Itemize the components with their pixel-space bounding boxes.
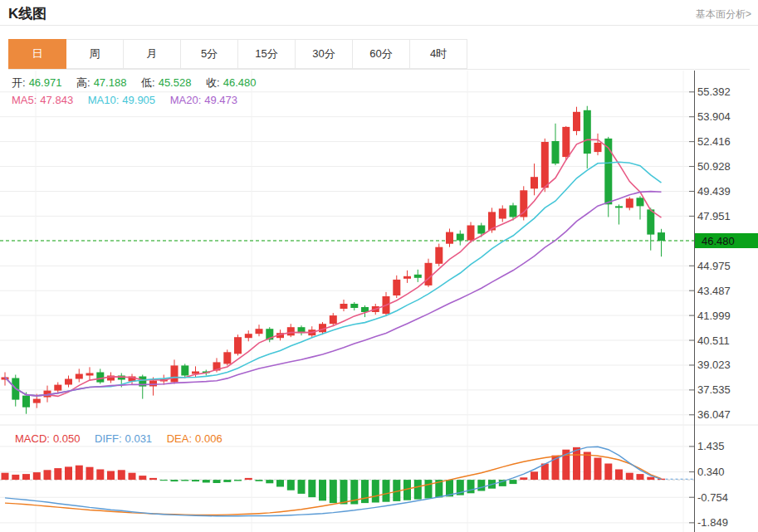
fundamental-analysis-link[interactable]: 基本面分析> (696, 7, 751, 22)
ma20-value: 49.473 (204, 94, 237, 106)
y-axis-label: 49.439 (697, 185, 731, 198)
tab-5分[interactable]: 5分 (180, 39, 238, 69)
y-axis-label: 39.023 (697, 359, 731, 371)
tab-4时[interactable]: 4时 (409, 39, 467, 69)
macd-value: 0.050 (53, 432, 81, 445)
ma10-line (5, 162, 662, 396)
close-value: 46.480 (223, 76, 257, 89)
open-value: 46.971 (29, 76, 62, 89)
diff-label: DIFF: (95, 432, 122, 445)
y-axis-label: 41.999 (697, 310, 731, 322)
ma5-label: MA5: (12, 94, 37, 106)
tab-60分[interactable]: 60分 (352, 39, 410, 69)
y-axis-label: -0.754 (697, 491, 728, 504)
macd-histogram (2, 447, 666, 505)
y-axis-label: 53.904 (697, 110, 731, 123)
ohlc-readout: 开:46.971 高:47.188 低:45.528 收:46.480 (12, 76, 259, 90)
y-axis-label: 55.392 (697, 85, 731, 98)
ma10-value: 49.905 (122, 94, 155, 106)
diff-value: 0.031 (125, 432, 153, 445)
y-axis-label: 37.535 (697, 383, 731, 396)
ma5-value: 47.843 (40, 94, 73, 106)
current-price-badge-label: 46.480 (702, 235, 735, 247)
gridlines (0, 71, 758, 532)
tab-15分[interactable]: 15分 (237, 39, 296, 69)
high-label: 高: (76, 76, 90, 89)
y-axis-label: 40.511 (697, 334, 730, 347)
page-title: K线图 (8, 4, 46, 23)
ma10-label: MA10: (88, 94, 120, 106)
tab-30分[interactable]: 30分 (295, 39, 353, 69)
y-axis-label: 1.435 (697, 440, 725, 452)
y-axis-label: -1.849 (697, 516, 728, 529)
low-label: 低: (141, 76, 155, 89)
header-divider (0, 25, 758, 26)
tab-周[interactable]: 周 (66, 39, 124, 69)
open-label: 开: (12, 76, 26, 89)
candles-layer (2, 106, 666, 414)
y-axis-label: 47.951 (697, 210, 731, 222)
close-label: 收: (206, 76, 220, 89)
y-axis-label: 0.340 (697, 466, 725, 478)
macd-readout: MACD:0.050 DIFF:0.031 DEA:0.006 (15, 432, 226, 445)
timeframe-tabs: 日周月5分15分30分60分4时 (8, 39, 750, 70)
candlestick-chart[interactable]: 开:46.971 高:47.188 低:45.528 收:46.480 MA5:… (0, 70, 758, 532)
chart-svg: 55.39253.90452.41650.92849.43947.95144.9… (0, 70, 758, 532)
y-axis-label: 44.975 (697, 260, 731, 272)
macd-label: MACD: (15, 432, 50, 445)
tab-月[interactable]: 月 (123, 39, 181, 69)
ma-readout: MA5:47.843 MA10:49.905 MA20:49.473 (12, 94, 241, 106)
y-axis-label: 50.928 (697, 160, 731, 173)
y-axis: 55.39253.90452.41650.92849.43947.95144.9… (689, 71, 731, 532)
y-axis-label: 36.047 (697, 408, 731, 421)
y-axis-label: 43.487 (697, 285, 731, 297)
ma20-label: MA20: (170, 94, 202, 106)
dea-label: DEA: (167, 432, 192, 445)
current-price-badge: 46.480 (695, 233, 758, 248)
y-axis-label: 52.416 (697, 135, 731, 148)
high-value: 47.188 (94, 76, 127, 89)
low-value: 45.528 (159, 76, 192, 89)
tab-日[interactable]: 日 (8, 39, 66, 69)
dea-value: 0.006 (195, 432, 223, 445)
ma5-line (5, 139, 662, 396)
